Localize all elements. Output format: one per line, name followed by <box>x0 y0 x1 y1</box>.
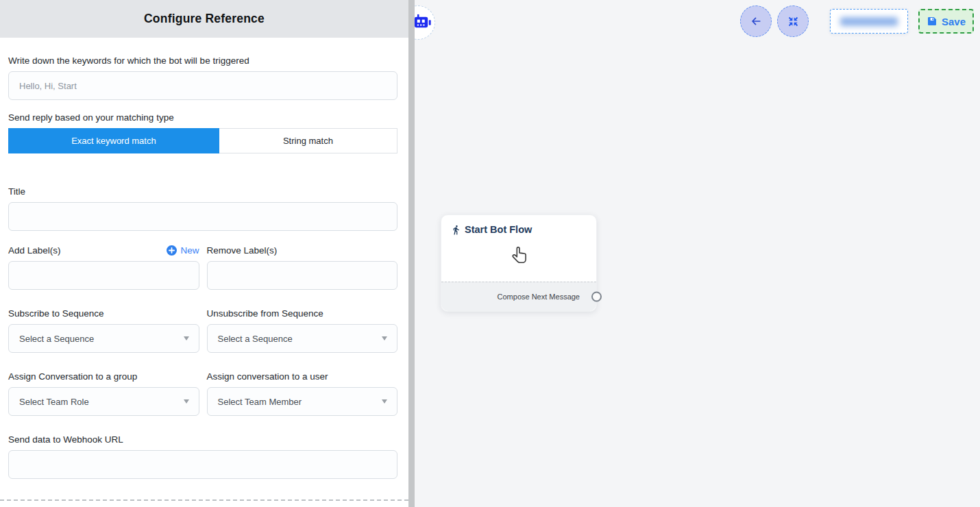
tab-string-match[interactable]: String match <box>219 128 397 153</box>
chevron-down-icon <box>382 399 387 404</box>
page-title: Configure Reference <box>144 12 265 26</box>
labels-label-row: Add Label(s) New Remove Label(s) <box>8 245 397 256</box>
labels-input-row <box>8 261 397 290</box>
compress-arrows-icon <box>787 15 800 28</box>
assign-group-value: Select Team Role <box>19 397 89 407</box>
next-message-connector-handle[interactable] <box>591 292 602 302</box>
save-button-label: Save <box>942 16 966 27</box>
plus-icon <box>167 245 177 256</box>
redacted-text-blur <box>840 17 898 26</box>
assign-user-label: Assign conversation to a user <box>207 371 328 382</box>
remove-labels-label: Remove Label(s) <box>207 245 278 256</box>
sequence-select-row: Select a Sequence Select a Sequence <box>8 324 397 353</box>
panel-scrollbar[interactable] <box>408 0 415 507</box>
collapse-button[interactable] <box>777 5 809 37</box>
add-labels-label: Add Label(s) <box>8 245 61 256</box>
new-label-button-text: New <box>180 245 199 256</box>
redacted-action-button[interactable] <box>830 9 908 34</box>
configure-panel: Configure Reference Write down the keywo… <box>0 0 408 507</box>
unsubscribe-sequence-select[interactable]: Select a Sequence <box>207 324 398 353</box>
floppy-disk-icon <box>927 16 938 27</box>
assign-user-value: Select Team Member <box>218 397 302 407</box>
assign-group-select[interactable]: Select Team Role <box>8 387 199 416</box>
chevron-down-icon <box>382 336 387 341</box>
remove-labels-input[interactable] <box>207 261 398 290</box>
assignment-select-row: Select Team Role Select Team Member <box>8 387 397 416</box>
subscribe-sequence-select[interactable]: Select a Sequence <box>8 324 199 353</box>
assign-user-select[interactable]: Select Team Member <box>207 387 398 416</box>
webhook-input[interactable] <box>8 450 397 479</box>
subscribe-sequence-label: Subscribe to Sequence <box>8 308 104 319</box>
subscribe-sequence-value: Select a Sequence <box>19 334 94 344</box>
arrow-left-icon <box>749 14 763 28</box>
add-labels-input[interactable] <box>8 261 199 290</box>
scrollbar-thumb[interactable] <box>408 0 415 507</box>
assign-group-label: Assign Conversation to a group <box>8 371 137 382</box>
panel-bottom-divider <box>0 499 408 501</box>
assignment-label-row: Assign Conversation to a group Assign co… <box>8 371 397 382</box>
chevron-down-icon <box>184 336 189 341</box>
save-button[interactable]: Save <box>918 9 974 34</box>
compose-next-message-label: Compose Next Message <box>498 293 580 301</box>
flow-canvas[interactable]: Start Bot Flow Compose Next Message <box>415 0 980 507</box>
title-label: Title <box>8 186 397 197</box>
title-input[interactable] <box>8 202 397 231</box>
webhook-label: Send data to Webhook URL <box>8 434 397 445</box>
unsubscribe-sequence-label: Unsubscribe from Sequence <box>207 308 323 319</box>
robot-icon <box>413 14 432 31</box>
back-button[interactable] <box>740 5 772 37</box>
sequence-label-row: Subscribe to Sequence Unsubscribe from S… <box>8 308 397 319</box>
node-header: Start Bot Flow <box>441 215 596 235</box>
matching-type-tabs: Exact keyword match String match <box>8 128 397 153</box>
panel-body: Write down the keywords for which the bo… <box>0 38 408 479</box>
keywords-input[interactable] <box>8 71 397 100</box>
new-label-button[interactable]: New <box>167 245 199 256</box>
app-window: Configure Reference Write down the keywo… <box>0 0 980 507</box>
keywords-label: Write down the keywords for which the bo… <box>8 55 397 66</box>
matching-type-label: Send reply based on your matching type <box>8 112 397 123</box>
unsubscribe-sequence-value: Select a Sequence <box>218 334 293 344</box>
panel-header: Configure Reference <box>0 0 408 38</box>
hand-pointer-icon <box>509 246 530 271</box>
start-bot-flow-node[interactable]: Start Bot Flow Compose Next Message <box>441 214 597 312</box>
walking-person-icon <box>451 225 461 235</box>
node-footer: Compose Next Message <box>441 282 596 311</box>
node-title: Start Bot Flow <box>465 224 532 235</box>
tab-exact-keyword-match[interactable]: Exact keyword match <box>8 128 219 153</box>
chevron-down-icon <box>184 399 189 404</box>
